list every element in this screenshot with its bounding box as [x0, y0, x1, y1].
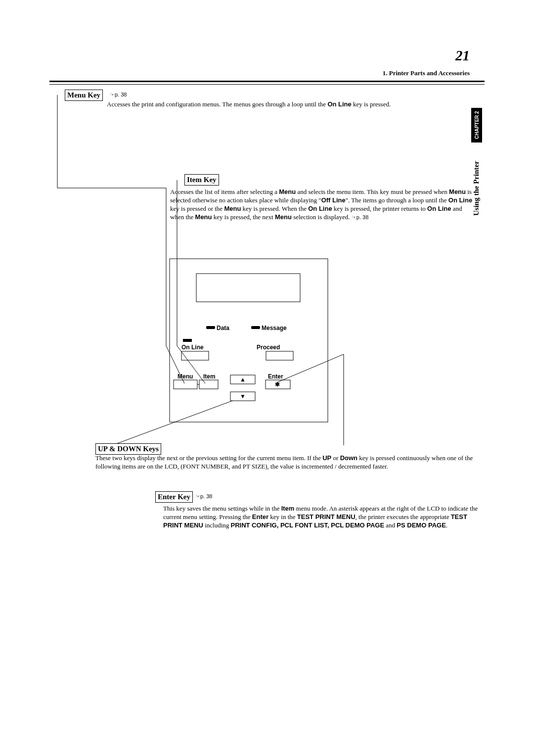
- svg-rect-14: [266, 351, 293, 360]
- page-number: 21: [455, 47, 470, 64]
- menu-key-title-box: Menu Key: [65, 90, 103, 101]
- enter-key-title-box: Enter Key: [155, 491, 193, 503]
- svg-rect-19: [230, 392, 255, 401]
- svg-line-9: [277, 354, 344, 382]
- enter-key-pageref: ☞p. 38: [195, 493, 212, 500]
- svg-rect-12: [183, 339, 192, 342]
- svg-rect-13: [181, 351, 209, 360]
- rule-thin: [49, 84, 485, 85]
- header-section: 1. Printer Parts and Accessories: [383, 69, 470, 77]
- svg-rect-16: [199, 380, 218, 389]
- svg-rect-11: [196, 274, 300, 302]
- svg-rect-17: [230, 375, 255, 384]
- svg-rect-15: [174, 380, 197, 389]
- printer-panel-diagram: [49, 89, 485, 445]
- svg-rect-18: [266, 380, 290, 389]
- svg-rect-10: [170, 259, 328, 422]
- updown-keys-text: These two keys display the next or the p…: [95, 454, 476, 471]
- updown-keys-title-box: UP & DOWN Keys: [95, 443, 161, 455]
- enter-key-text: This key saves the menu settings while i…: [163, 505, 480, 530]
- item-key-title-box: Item Key: [184, 174, 219, 186]
- rule-thick: [49, 81, 485, 82]
- svg-line-6: [99, 401, 232, 445]
